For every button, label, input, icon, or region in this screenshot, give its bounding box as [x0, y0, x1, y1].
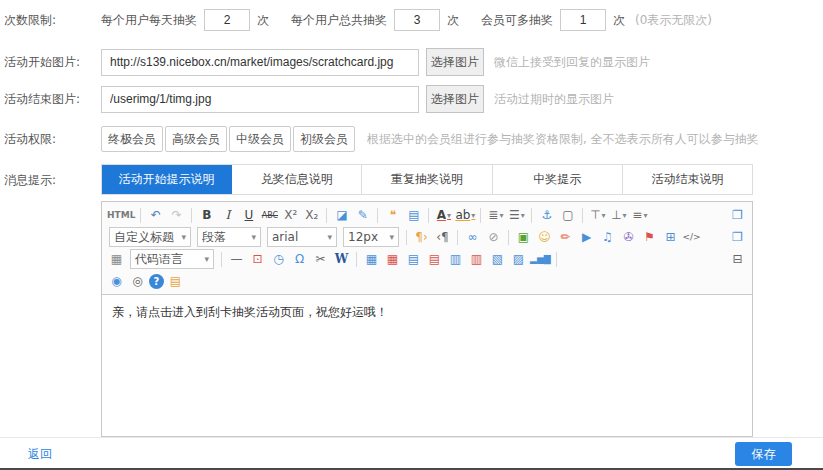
permissions-hint: 根据选中的会员组进行参与抽奖资格限制, 全不选表示所有人可以参与抽奖	[367, 131, 759, 148]
time-icon[interactable]: ◷	[269, 249, 288, 269]
horizontal-rule-icon[interactable]: —	[227, 249, 246, 269]
caret-down-icon: ▾	[447, 211, 451, 220]
end-image-input[interactable]	[101, 86, 419, 113]
tab-win-tip[interactable]: 中奖提示	[493, 165, 623, 194]
tab-activity-end[interactable]: 活动结束说明	[623, 165, 752, 194]
tab-repeat-draw[interactable]: 重复抽奖说明	[362, 165, 492, 194]
tab-activity-start-tip[interactable]: 活动开始提示说明	[102, 165, 232, 194]
scrawl-icon[interactable]: ✏	[556, 227, 575, 247]
bold-icon[interactable]: B	[197, 205, 216, 225]
insert-col-icon[interactable]: ▥	[446, 249, 465, 269]
times-suffix: 次	[447, 12, 459, 29]
insert-table-icon[interactable]: ▦	[362, 249, 381, 269]
snap-screen-icon[interactable]: ✂	[311, 249, 330, 269]
editor-content-area[interactable]: 亲，请点击进入到刮卡抽奖活动页面，祝您好运哦！	[102, 295, 752, 436]
start-image-pick-button[interactable]: 选择图片	[426, 48, 484, 76]
member-level-senior-button[interactable]: 高级会员	[165, 126, 227, 152]
subscript-icon[interactable]: X₂	[302, 205, 321, 225]
font-size-dropdown[interactable]: 12px▾	[343, 227, 399, 247]
preview-page-icon[interactable]: ◉	[107, 271, 126, 291]
custom-style-dropdown[interactable]: 自定义标题▾	[109, 227, 191, 247]
strikethrough-icon[interactable]: ABC	[260, 205, 279, 225]
font-family-dropdown[interactable]: arial▾	[267, 227, 337, 247]
end-image-pick-button[interactable]: 选择图片	[426, 85, 484, 113]
special-chars-icon[interactable]: Ω	[290, 249, 309, 269]
attachment-icon[interactable]: ✇	[619, 227, 638, 247]
date-icon[interactable]: ⊡	[248, 249, 267, 269]
delete-table-icon[interactable]: ▦	[383, 249, 402, 269]
tab-redeem-info[interactable]: 兑奖信息说明	[232, 165, 362, 194]
row-spacing-top-icon[interactable]: ⊤▾	[588, 205, 607, 225]
help-icon[interactable]: ?	[149, 274, 164, 289]
drafts-icon[interactable]: ▤	[166, 271, 185, 291]
html-source-icon[interactable]: HTML	[107, 205, 135, 225]
insert-image-icon[interactable]: ▣	[514, 227, 533, 247]
anchor-icon[interactable]: ⚓	[537, 205, 556, 225]
start-image-input[interactable]	[101, 49, 419, 76]
toolbar-row-3: ▦代码语言▾—⊡◷Ω✂W▦▦▤▤▥▥▧▨▂▅▇⊟	[106, 248, 748, 270]
row-spacing-bottom-icon[interactable]: ⊥▾	[609, 205, 628, 225]
custom-style-value: 自定义标题	[114, 229, 174, 246]
italic-icon[interactable]: I	[218, 205, 237, 225]
superscript-icon[interactable]: X²	[281, 205, 300, 225]
save-button[interactable]: 保存	[735, 442, 792, 466]
member-extra-input[interactable]	[560, 9, 606, 31]
charts-icon[interactable]: ▂▅▇	[530, 249, 551, 269]
word-image-icon[interactable]: W	[332, 249, 351, 269]
split-cells-icon[interactable]: ▨	[509, 249, 528, 269]
undo-icon[interactable]: ↶	[146, 205, 165, 225]
draw-limits-row: 次数限制: 每个用户每天抽奖 次 每个用户总共抽奖 次 会员可多抽奖 次 (0表…	[0, 8, 823, 32]
line-height-icon[interactable]: ≡▾	[630, 205, 649, 225]
caret-down-icon: ▾	[204, 254, 209, 264]
delete-row-icon[interactable]: ▤	[425, 249, 444, 269]
code-block-icon[interactable]: ▦	[107, 249, 126, 269]
music-icon[interactable]: ♫	[598, 227, 617, 247]
link-icon[interactable]: ∞	[463, 227, 482, 247]
insert-code-icon[interactable]: </>	[682, 227, 701, 247]
unlink-icon[interactable]: ⊘	[484, 227, 503, 247]
delete-col-icon[interactable]: ▥	[467, 249, 486, 269]
paste-plain-icon[interactable]: ▤	[404, 205, 423, 225]
insert-row-icon[interactable]: ▤	[404, 249, 423, 269]
search-replace-icon[interactable]: ◎	[128, 271, 147, 291]
direction-ltr-icon[interactable]: ¶›	[412, 227, 431, 247]
toolbar-separator	[508, 230, 509, 245]
paragraph-format-dropdown[interactable]: 段落▾	[197, 227, 261, 247]
background-color-icon[interactable]: ab▾	[455, 205, 475, 225]
direction-rtl-icon[interactable]: ‹¶	[433, 227, 452, 247]
insert-video-icon[interactable]: ▶	[577, 227, 596, 247]
caret-down-icon: ▾	[327, 232, 332, 242]
toolbar-separator	[356, 252, 357, 267]
toolbar-separator	[556, 252, 557, 267]
member-level-junior-button[interactable]: 初级会员	[293, 126, 355, 152]
redo-icon[interactable]: ↷	[167, 205, 186, 225]
blockquote-icon[interactable]: ❝	[383, 205, 402, 225]
member-level-intermediate-button[interactable]: 中级会员	[229, 126, 291, 152]
unordered-list-icon[interactable]: ☰▾	[507, 205, 526, 225]
total-input[interactable]	[394, 9, 440, 31]
print-icon[interactable]: ⊟	[728, 249, 747, 269]
underline-icon[interactable]: U	[239, 205, 258, 225]
permissions-content: 终极会员 高级会员 中级会员 初级会员 根据选中的会员组进行参与抽奖资格限制, …	[101, 126, 759, 152]
remove-format-icon[interactable]: ◪	[332, 205, 351, 225]
message-tabs-bar: 活动开始提示说明 兑奖信息说明 重复抽奖说明 中奖提示 活动结束说明	[101, 164, 753, 195]
map-icon[interactable]: ⚑	[640, 227, 659, 247]
member-level-ultimate-button[interactable]: 终极会员	[101, 126, 163, 152]
toolbar-row-4: ◉◎?▤	[106, 270, 748, 292]
preview-icon[interactable]: ❐	[728, 227, 747, 247]
toolbar-separator	[428, 208, 429, 223]
font-color-icon[interactable]: A▾	[434, 205, 453, 225]
merge-cells-icon[interactable]: ▧	[488, 249, 507, 269]
format-painter-icon[interactable]: ✎	[353, 205, 372, 225]
insert-frame-icon[interactable]: ⊞	[661, 227, 680, 247]
emotion-icon[interactable]: ☺	[535, 227, 554, 247]
fullscreen-icon[interactable]: ❐	[728, 205, 747, 225]
per-day-input[interactable]	[204, 9, 250, 31]
clear-doc-icon[interactable]: ▢	[558, 205, 577, 225]
start-image-label: 活动开始图片:	[0, 54, 101, 71]
back-link[interactable]: 返回	[28, 446, 52, 463]
caret-down-icon: ▾	[602, 211, 606, 220]
caret-down-icon: ▾	[521, 211, 525, 220]
code-language-dropdown[interactable]: 代码语言▾	[130, 249, 214, 269]
ordered-list-icon[interactable]: ≣▾	[486, 205, 505, 225]
